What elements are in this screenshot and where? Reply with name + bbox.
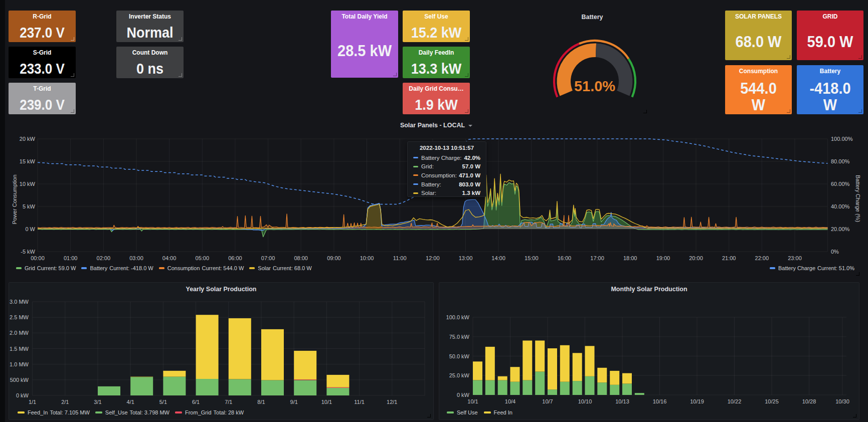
svg-text:18:00: 18:00 <box>623 255 637 261</box>
svg-text:100.0 kW: 100.0 kW <box>446 314 470 320</box>
svg-text:0 W: 0 W <box>25 226 35 232</box>
svg-text:23:00: 23:00 <box>788 255 802 261</box>
svg-text:10/25: 10/25 <box>765 398 779 404</box>
svg-text:1.5 MW: 1.5 MW <box>10 346 29 352</box>
svg-text:25.0 kW: 25.0 kW <box>449 372 470 378</box>
svg-text:3/1: 3/1 <box>94 399 101 405</box>
svg-text:01:00: 01:00 <box>64 255 78 261</box>
svg-text:50.0 kW: 50.0 kW <box>449 353 470 359</box>
svg-text:09:00: 09:00 <box>327 255 341 261</box>
svg-text:10/19: 10/19 <box>690 398 704 404</box>
svg-text:10 kW: 10 kW <box>20 181 36 187</box>
svg-text:7/1: 7/1 <box>225 399 232 405</box>
svg-text:8/1: 8/1 <box>257 399 265 405</box>
svg-text:15 kW: 15 kW <box>20 158 36 164</box>
svg-text:08:00: 08:00 <box>294 255 308 261</box>
svg-text:10/1: 10/1 <box>321 399 332 405</box>
svg-text:21:00: 21:00 <box>722 255 736 261</box>
svg-text:00:00: 00:00 <box>31 255 45 261</box>
svg-text:2/1: 2/1 <box>61 399 69 405</box>
svg-text:20:00: 20:00 <box>689 255 703 261</box>
svg-text:3.0 MW: 3.0 MW <box>10 299 29 305</box>
svg-text:22:00: 22:00 <box>755 255 769 261</box>
svg-text:10/28: 10/28 <box>802 398 816 404</box>
svg-text:05:00: 05:00 <box>196 255 210 261</box>
svg-text:-5 kW: -5 kW <box>21 249 35 255</box>
svg-text:0%: 0% <box>831 249 839 255</box>
svg-text:10:00: 10:00 <box>360 255 374 261</box>
svg-text:9/1: 9/1 <box>290 399 298 405</box>
svg-text:60.00%: 60.00% <box>831 181 850 187</box>
svg-text:2.0 MW: 2.0 MW <box>10 330 29 336</box>
svg-text:10/22: 10/22 <box>728 398 742 404</box>
svg-text:02:00: 02:00 <box>97 255 111 261</box>
svg-text:51.0%: 51.0% <box>574 78 615 94</box>
svg-text:Power Consumption: Power Consumption <box>12 174 18 224</box>
svg-text:12:00: 12:00 <box>426 255 440 261</box>
svg-text:11:00: 11:00 <box>393 255 407 261</box>
svg-text:10/10: 10/10 <box>578 398 592 404</box>
svg-text:10/4: 10/4 <box>505 398 515 404</box>
svg-text:0 kW: 0 kW <box>16 392 29 398</box>
svg-text:1/1: 1/1 <box>29 399 36 405</box>
svg-text:5 kW: 5 kW <box>23 203 36 209</box>
svg-text:6/1: 6/1 <box>192 399 200 405</box>
svg-text:20.00%: 20.00% <box>831 226 850 232</box>
svg-text:20 kW: 20 kW <box>20 136 36 142</box>
svg-text:500 kW: 500 kW <box>10 377 29 383</box>
svg-text:75.0 kW: 75.0 kW <box>449 334 470 340</box>
svg-text:Battery Charge (%): Battery Charge (%) <box>855 175 861 222</box>
svg-text:40.00%: 40.00% <box>831 203 850 209</box>
svg-text:0 kW: 0 kW <box>457 392 470 398</box>
svg-text:80.00%: 80.00% <box>831 158 850 164</box>
svg-text:100.00%: 100.00% <box>831 136 853 142</box>
svg-text:14:00: 14:00 <box>491 255 505 261</box>
svg-text:1.0 MW: 1.0 MW <box>10 361 29 367</box>
svg-text:12/1: 12/1 <box>387 399 397 405</box>
svg-text:06:00: 06:00 <box>228 255 242 261</box>
svg-text:19:00: 19:00 <box>656 255 670 261</box>
svg-text:07:00: 07:00 <box>261 255 275 261</box>
svg-text:17:00: 17:00 <box>590 255 604 261</box>
svg-text:10/30: 10/30 <box>835 398 849 404</box>
svg-text:16:00: 16:00 <box>558 255 572 261</box>
svg-text:2.5 MW: 2.5 MW <box>10 314 29 320</box>
svg-text:4/1: 4/1 <box>127 399 134 405</box>
svg-text:15:00: 15:00 <box>525 255 539 261</box>
svg-text:10/16: 10/16 <box>653 398 667 404</box>
svg-text:03:00: 03:00 <box>129 255 143 261</box>
svg-text:10/1: 10/1 <box>467 398 478 404</box>
svg-text:5/1: 5/1 <box>159 399 167 405</box>
svg-text:04:00: 04:00 <box>162 255 177 261</box>
svg-text:11/1: 11/1 <box>354 399 365 405</box>
svg-text:10/13: 10/13 <box>615 398 629 404</box>
svg-text:10/7: 10/7 <box>542 398 553 404</box>
svg-text:13:00: 13:00 <box>459 255 473 261</box>
